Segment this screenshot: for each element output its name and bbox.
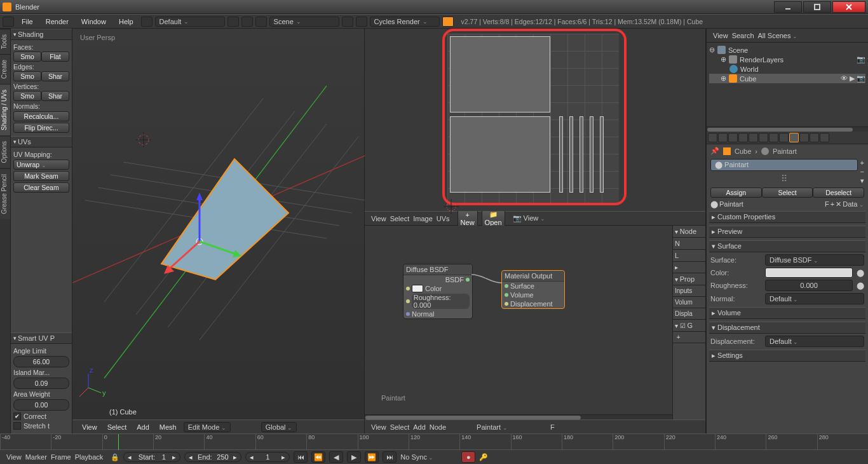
verts-smooth-button[interactable]: Smo [13, 91, 41, 101]
vtab-grease-pencil[interactable]: Grease Pencil [0, 168, 10, 219]
faces-smooth-button[interactable]: Smo [13, 51, 41, 62]
timeline-cursor-icon[interactable] [118, 434, 119, 450]
mode-dropdown[interactable]: Edit Mode [184, 422, 231, 432]
displacement-dropdown[interactable]: Default [765, 336, 864, 347]
prop-tab-data-icon[interactable] [779, 133, 789, 142]
uv-area[interactable] [365, 29, 705, 211]
menu-help[interactable]: Help [114, 18, 139, 25]
menu-file[interactable]: File [17, 18, 38, 25]
socket-icon[interactable] [406, 287, 410, 290]
prop-tab-physics-icon[interactable] [820, 133, 829, 142]
edges-smooth-button[interactable]: Smo [13, 71, 41, 81]
pin-icon[interactable]: 📌 [710, 147, 719, 155]
socket-icon[interactable] [406, 299, 410, 303]
nodepanel-run-header[interactable]: ▸ [673, 262, 705, 273]
material-new-icon[interactable]: + [831, 200, 834, 208]
edges-sharp-button[interactable]: Shar [41, 71, 69, 81]
prop-tab-particles-icon[interactable] [810, 133, 819, 142]
link-dropdown[interactable]: Data [843, 200, 864, 208]
color-node-icon[interactable]: ⬤ [857, 269, 864, 277]
fake-user-f-button[interactable]: F [550, 423, 555, 431]
outliner-display-dropdown[interactable]: All Scenes [758, 32, 865, 39]
fake-user-f-button[interactable]: F [825, 200, 829, 208]
faces-flat-button[interactable]: Flat [41, 51, 69, 62]
prop-tab-constraints-icon[interactable] [759, 133, 768, 142]
nodepanel-gp-header[interactable]: ▾ ☑ G [673, 320, 705, 332]
roughness-field[interactable]: Roughness: 0.000 [412, 294, 470, 309]
vp-menu-mesh[interactable]: Mesh [156, 423, 180, 431]
outliner-scrollbar-h[interactable] [707, 126, 868, 132]
tree-row-scene[interactable]: ⊖Scene [709, 45, 865, 55]
area-weight-field[interactable]: 0.00 [13, 399, 69, 411]
scene-browse-icon[interactable] [255, 17, 267, 27]
scene-dropdown[interactable]: Scene [269, 17, 339, 27]
slot-remove-icon[interactable]: − [860, 168, 864, 175]
open-image-button[interactable]: 📁 Open [482, 209, 505, 228]
node-material-output[interactable]: Material Output Surface Volume Displacem… [501, 270, 565, 309]
tree-row-world[interactable]: World [709, 64, 865, 74]
tl-menu-marker[interactable]: Marker [25, 453, 47, 461]
screen-layout-dropdown[interactable]: Default [155, 17, 225, 27]
slot-add-icon[interactable]: + [860, 159, 864, 167]
auto-keyframe-icon[interactable]: ● [461, 451, 475, 463]
new-image-button[interactable]: + New [458, 210, 478, 228]
verts-sharp-button[interactable]: Shar [41, 91, 69, 101]
prop-tab-renderlayers-icon[interactable] [718, 133, 728, 142]
settings-header[interactable]: ▸ Settings [709, 350, 865, 362]
screen-browse-icon[interactable] [141, 17, 153, 27]
jump-prev-keyframe-icon[interactable]: ⏪ [311, 451, 325, 463]
prop-tab-texture-icon[interactable] [799, 133, 809, 142]
uv-menu-view[interactable]: View [371, 215, 386, 222]
vtab-options[interactable]: Options [0, 135, 10, 168]
scene-delete-icon[interactable] [356, 17, 367, 27]
unwrap-dropdown[interactable]: Unwrap [13, 160, 69, 170]
render-engine-dropdown[interactable]: Cycles Render [370, 17, 440, 27]
tree-row-cube[interactable]: ⊕Cube👁 ▶ 📷 [709, 74, 865, 83]
play-reverse-icon[interactable]: ◀ [329, 451, 343, 463]
node-scrollbar-h[interactable] [365, 414, 672, 420]
prop-tab-object-icon[interactable] [749, 133, 758, 142]
material-unlink-icon[interactable]: ✕ [836, 200, 841, 208]
editor-type-info-icon[interactable] [3, 17, 14, 27]
uv-menu-uvs[interactable]: UVs [437, 215, 450, 222]
vtab-tools[interactable]: Tools [0, 29, 10, 54]
smart-uv-panel-header[interactable]: ▾Smart UV P [11, 332, 72, 344]
deselect-button[interactable]: Deselect [813, 188, 864, 198]
volume-header[interactable]: ▸ Volume [709, 307, 865, 319]
shading-panel-header[interactable]: ▾Shading [11, 29, 72, 40]
ne-menu-view[interactable]: View [371, 423, 386, 431]
preview-header[interactable]: ▸ Preview [709, 226, 865, 238]
roughness-node-icon[interactable]: ⬤ [857, 282, 864, 290]
jump-next-keyframe-icon[interactable]: ⏩ [365, 451, 379, 463]
sync-dropdown[interactable]: No Sync [400, 453, 458, 461]
mark-seam-button[interactable]: Mark Seam [13, 171, 69, 181]
material-slot[interactable]: ⬤ Paintart [710, 159, 858, 171]
end-frame-field[interactable]: ◂ End: 250 ▸ [184, 452, 241, 462]
prop-tab-modifiers-icon[interactable] [769, 133, 778, 142]
prop-tab-world-icon[interactable] [738, 133, 748, 142]
tl-menu-view[interactable]: View [6, 453, 22, 461]
material-dropdown[interactable]: Paintart [477, 423, 546, 431]
out-menu-search[interactable]: Search [732, 32, 754, 39]
color-swatch[interactable] [412, 285, 423, 292]
close-button[interactable] [832, 1, 865, 13]
vp-menu-add[interactable]: Add [133, 423, 153, 431]
clear-seam-button[interactable]: Clear Seam [13, 182, 69, 193]
screen-delete-icon[interactable] [241, 17, 253, 27]
select-button[interactable]: Select [762, 188, 813, 198]
tl-menu-playback[interactable]: Playback [75, 453, 104, 461]
lock-time-icon[interactable]: 🔒 [111, 453, 119, 461]
uv-draw-type-dropdown[interactable]: 📷 View [513, 214, 545, 222]
prop-tab-material-icon[interactable] [789, 133, 799, 142]
start-frame-field[interactable]: ◂ Start: 1 ▸ [123, 452, 180, 462]
socket-icon[interactable] [505, 293, 508, 297]
node-diffuse-bsdf[interactable]: Diffuse BSDF BSDF Color Roughness: 0.000… [403, 264, 473, 319]
out-menu-view[interactable]: View [713, 32, 728, 39]
menu-window[interactable]: Window [76, 18, 111, 25]
ne-menu-node[interactable]: Node [430, 423, 446, 431]
maximize-button[interactable] [803, 1, 831, 13]
socket-icon[interactable] [406, 312, 410, 316]
uv-menu-select[interactable]: Select [390, 215, 410, 222]
uv-menu-image[interactable]: Image [413, 215, 433, 222]
tl-menu-frame[interactable]: Frame [51, 453, 71, 461]
